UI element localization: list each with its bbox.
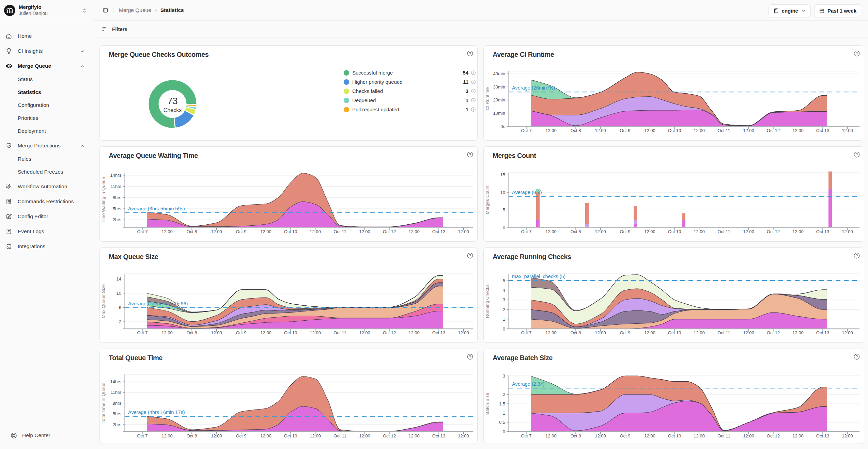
svg-text:Oct 9: Oct 9 xyxy=(620,433,630,438)
svg-text:Oct 9: Oct 9 xyxy=(236,330,246,335)
svg-text:12:00: 12:00 xyxy=(842,229,853,234)
svg-text:Running Checks: Running Checks xyxy=(485,284,490,318)
svg-text:12:00: 12:00 xyxy=(842,330,853,335)
svg-text:12:00: 12:00 xyxy=(743,229,754,234)
svg-text:Oct 11: Oct 11 xyxy=(717,433,730,438)
svg-text:12:00: 12:00 xyxy=(694,229,705,234)
svg-text:4: 4 xyxy=(503,288,505,293)
svg-text:10: 10 xyxy=(117,291,121,296)
svg-text:Oct 9: Oct 9 xyxy=(236,229,246,234)
svg-text:12:00: 12:00 xyxy=(161,330,173,335)
svg-text:12:00: 12:00 xyxy=(792,330,804,335)
svg-text:Oct 13: Oct 13 xyxy=(816,433,829,438)
svg-text:Oct 12: Oct 12 xyxy=(767,229,780,234)
svg-text:Oct 9: Oct 9 xyxy=(620,229,630,234)
svg-text:11hrs: 11hrs xyxy=(110,184,121,189)
svg-text:Oct 8: Oct 8 xyxy=(186,330,197,335)
svg-text:Oct 9: Oct 9 xyxy=(620,330,630,335)
svg-text:Oct 10: Oct 10 xyxy=(284,330,297,335)
svg-text:12:00: 12:00 xyxy=(310,330,321,335)
svg-text:Oct 11: Oct 11 xyxy=(717,128,730,133)
svg-text:Oct 8: Oct 8 xyxy=(570,229,581,234)
svg-text:Oct 7: Oct 7 xyxy=(137,433,148,438)
svg-text:12:00: 12:00 xyxy=(310,229,321,234)
svg-text:11hrs: 11hrs xyxy=(110,390,121,395)
svg-text:12:00: 12:00 xyxy=(545,330,557,335)
svg-text:Average (4hrs 16min 17s): Average (4hrs 16min 17s) xyxy=(128,410,185,415)
svg-text:8hrs: 8hrs xyxy=(113,401,122,406)
svg-text:Oct 10: Oct 10 xyxy=(668,229,681,234)
svg-text:12:00: 12:00 xyxy=(694,330,705,335)
svg-text:10: 10 xyxy=(500,190,505,195)
svg-text:12:00: 12:00 xyxy=(545,128,557,133)
svg-text:30min: 30min xyxy=(493,84,505,90)
svg-text:12:00: 12:00 xyxy=(310,433,321,438)
svg-text:12:00: 12:00 xyxy=(694,128,705,133)
svg-text:Oct 13: Oct 13 xyxy=(432,433,445,438)
svg-text:12:00: 12:00 xyxy=(743,128,754,133)
svg-text:Average Queue Size (5.96): Average Queue Size (5.96) xyxy=(128,301,188,306)
svg-text:14: 14 xyxy=(117,276,121,282)
svg-text:Oct 12: Oct 12 xyxy=(767,433,780,438)
svg-text:Oct 11: Oct 11 xyxy=(334,433,346,438)
svg-text:Oct 11: Oct 11 xyxy=(717,330,730,335)
svg-text:12:00: 12:00 xyxy=(408,330,420,335)
svg-text:12:00: 12:00 xyxy=(644,330,655,335)
svg-text:12:00: 12:00 xyxy=(743,330,754,335)
svg-text:12:00: 12:00 xyxy=(211,330,222,335)
svg-text:12:00: 12:00 xyxy=(211,229,222,234)
svg-text:0s: 0s xyxy=(500,124,505,129)
svg-text:1: 1 xyxy=(503,411,505,416)
svg-text:Oct 7: Oct 7 xyxy=(137,330,148,335)
svg-text:Oct 10: Oct 10 xyxy=(668,128,681,133)
svg-text:Time Waiting in Queue: Time Waiting in Queue xyxy=(101,177,106,223)
svg-text:12:00: 12:00 xyxy=(458,229,469,234)
svg-text:Checks: Checks xyxy=(164,107,182,113)
svg-text:12:00: 12:00 xyxy=(408,433,420,438)
svg-text:5: 5 xyxy=(503,278,505,283)
svg-text:Oct 13: Oct 13 xyxy=(432,330,445,335)
svg-text:5hrs: 5hrs xyxy=(113,206,122,211)
svg-text:5hrs: 5hrs xyxy=(113,411,122,416)
svg-text:12:00: 12:00 xyxy=(260,330,272,335)
svg-text:Oct 10: Oct 10 xyxy=(284,433,297,438)
svg-text:Average (8.8): Average (8.8) xyxy=(512,190,542,195)
svg-text:2hrs: 2hrs xyxy=(113,217,122,222)
svg-text:CI Runtime: CI Runtime xyxy=(485,87,490,110)
svg-text:Oct 11: Oct 11 xyxy=(334,229,346,234)
svg-text:15: 15 xyxy=(500,172,505,177)
svg-text:Batch Size: Batch Size xyxy=(485,393,490,415)
svg-text:Oct 7: Oct 7 xyxy=(137,229,148,234)
svg-text:2: 2 xyxy=(503,392,505,397)
svg-text:Oct 13: Oct 13 xyxy=(816,128,829,133)
svg-text:12:00: 12:00 xyxy=(161,433,173,438)
svg-text:0: 0 xyxy=(503,326,505,332)
svg-text:Oct 11: Oct 11 xyxy=(717,229,730,234)
svg-text:12:00: 12:00 xyxy=(260,229,272,234)
svg-text:12:00: 12:00 xyxy=(359,330,370,335)
svg-text:Average (26min 9s): Average (26min 9s) xyxy=(512,85,555,91)
svg-text:Oct 13: Oct 13 xyxy=(816,330,829,335)
svg-text:Oct 9: Oct 9 xyxy=(620,128,630,133)
svg-text:Average (3hrs 55min 59s): Average (3hrs 55min 59s) xyxy=(128,206,185,211)
svg-text:14hrs: 14hrs xyxy=(110,379,121,384)
svg-text:Max Queue Size: Max Queue Size xyxy=(101,284,106,318)
svg-text:Oct 13: Oct 13 xyxy=(432,229,445,234)
svg-text:Oct 9: Oct 9 xyxy=(236,433,246,438)
svg-text:2: 2 xyxy=(119,319,121,324)
svg-text:Oct 8: Oct 8 xyxy=(570,128,581,133)
svg-text:20min: 20min xyxy=(493,97,505,102)
svg-text:1: 1 xyxy=(503,317,505,322)
svg-text:Oct 10: Oct 10 xyxy=(668,330,681,335)
svg-text:Oct 8: Oct 8 xyxy=(570,330,581,335)
svg-text:73: 73 xyxy=(167,96,177,106)
svg-text:Average (2.34): Average (2.34) xyxy=(512,381,545,387)
svg-text:12:00: 12:00 xyxy=(595,330,606,335)
svg-text:12:00: 12:00 xyxy=(359,433,370,438)
svg-text:12:00: 12:00 xyxy=(694,433,705,438)
svg-text:12:00: 12:00 xyxy=(792,229,804,234)
svg-text:1.5: 1.5 xyxy=(499,401,505,406)
svg-text:12:00: 12:00 xyxy=(161,229,173,234)
svg-text:12:00: 12:00 xyxy=(211,433,222,438)
svg-text:Oct 8: Oct 8 xyxy=(186,433,197,438)
